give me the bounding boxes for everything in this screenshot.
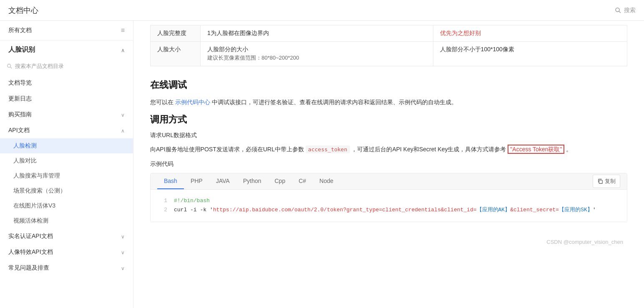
code-curl: curl -i -k 'https://aip.baidubce.com/oau… xyxy=(174,205,596,215)
sidebar-search-icon xyxy=(7,63,13,69)
chevron-down-portrait xyxy=(121,249,125,255)
sidebar-sub-face-detect[interactable]: 人脸检测 xyxy=(0,138,133,153)
request-mid: ，可通过后台的API Key和Secret Key生成，具体方式请参考 xyxy=(351,146,506,153)
faq-label: 常见问题及排查 xyxy=(8,264,49,272)
cell-main-text: 人脸部分的大小 xyxy=(207,46,426,53)
tab-python[interactable]: Python xyxy=(236,173,268,189)
svg-rect-4 xyxy=(599,180,602,184)
sidebar-item-portrait-api[interactable]: 人像特效API文档 xyxy=(0,244,133,260)
sidebar-item-purchase-guide[interactable]: 购买指南 xyxy=(0,107,133,123)
tab-bash[interactable]: Bash xyxy=(157,173,184,189)
sidebar-item-update-log[interactable]: 更新日志 xyxy=(0,91,133,107)
face-detect-label: 人脸检测 xyxy=(13,142,37,149)
request-suffix: 。 xyxy=(566,146,572,153)
sidebar-sub-scene-search[interactable]: 场景化搜索（公测） xyxy=(0,183,133,198)
face-compare-label: 人脸对比 xyxy=(13,157,37,164)
tab-php[interactable]: PHP xyxy=(184,173,209,189)
doc-table: 人脸完整度 1为人脸都在图像边界内 优先为之想好别 人脸大小 人脸部分的大小 建… xyxy=(150,25,627,66)
access-token-link[interactable]: "Access Token获取" xyxy=(508,145,564,154)
svg-line-1 xyxy=(619,11,621,13)
code-tabs-list: Bash PHP JAVA Python Cpp C# Node xyxy=(157,173,340,189)
copy-label: 复制 xyxy=(605,178,616,185)
tab-csharp[interactable]: C# xyxy=(292,173,313,189)
line-num-1: 1 xyxy=(159,196,167,205)
sidebar-sub-face-compare[interactable]: 人脸对比 xyxy=(0,153,133,168)
svg-point-0 xyxy=(616,8,619,12)
request-desc: 向API服务地址使用POST发送请求，必须在URL中带上参数 access_to… xyxy=(150,144,627,155)
sample-code-link[interactable]: 示例代码中心 xyxy=(175,99,210,105)
update-log-label: 更新日志 xyxy=(8,95,32,103)
code-line-1: 1 #!/bin/bash xyxy=(159,196,619,205)
sidebar-item-real-name-api[interactable]: 实名认证API文档 xyxy=(0,228,133,244)
table-cell-col2-1: 1为人脸都在图像边界内 xyxy=(201,25,433,42)
doc-nav-label: 文档导览 xyxy=(8,79,32,87)
code-comment-1: #!/bin/bash xyxy=(174,196,210,205)
table-row: 人脸完整度 1为人脸都在图像边界内 优先为之想好别 xyxy=(151,25,627,42)
search-label: 搜索 xyxy=(624,7,636,14)
copy-icon xyxy=(597,178,603,184)
main-layout: 所有文档 人脸识别 搜索本产品文档目录 文档导览 xyxy=(0,21,644,308)
code-line-2: 2 curl -i -k 'https://aip.baidubce.com/o… xyxy=(159,205,619,215)
tab-node[interactable]: Node xyxy=(313,173,340,189)
online-debug-title: 在线调试 xyxy=(150,79,627,91)
table-cell-col2-2: 人脸部分的大小 建议长宽像素值范围：80*80~200*200 xyxy=(201,42,433,66)
code-tabs-bar: Bash PHP JAVA Python Cpp C# Node 复制 xyxy=(151,173,627,190)
line-num-2: 2 xyxy=(159,205,167,215)
code-body: 1 #!/bin/bash 2 curl -i -k 'https://aip.… xyxy=(151,190,627,221)
portrait-api-label: 人像特效API文档 xyxy=(8,248,53,256)
footer-note: CSDN @computer_vision_chen xyxy=(150,239,627,245)
real-name-api-label: 实名认证API文档 xyxy=(8,233,53,240)
sidebar-sub-video-liveness[interactable]: 视频活体检测 xyxy=(0,213,133,228)
code-url: https://aip.baidubce.com/oauth/2.0/token… xyxy=(213,207,593,213)
call-method-title: 调用方式 xyxy=(150,113,627,126)
sidebar-sub-liveness-v3[interactable]: 在线图片活体V3 xyxy=(0,198,133,213)
liveness-v3-label: 在线图片活体V3 xyxy=(13,202,55,209)
sidebar-item-doc-nav[interactable]: 文档导览 xyxy=(0,75,133,91)
table-cell-col3-2: 人脸部分不小于100*100像素 xyxy=(433,42,627,66)
tab-cpp[interactable]: Cpp xyxy=(268,173,292,189)
copy-button[interactable]: 复制 xyxy=(593,175,620,188)
chevron-up-icon xyxy=(121,46,125,54)
header: 文档中心 搜索 xyxy=(0,0,644,21)
chevron-down-faq xyxy=(121,265,125,271)
chevron-down-icon xyxy=(121,111,125,118)
online-debug-prefix: 您可以在 xyxy=(150,99,174,105)
svg-line-3 xyxy=(10,67,12,69)
table-cell-col3-1: 优先为之想好别 xyxy=(433,25,627,42)
sidebar-all-docs[interactable]: 所有文档 xyxy=(0,21,133,40)
list-icon xyxy=(121,27,125,34)
header-title: 文档中心 xyxy=(8,5,38,15)
all-docs-label: 所有文档 xyxy=(8,27,32,34)
sidebar-sub-face-search[interactable]: 人脸搜索与库管理 xyxy=(0,168,133,183)
request-url-label: 请求URL数据格式 xyxy=(150,132,627,139)
access-token-code: access_token xyxy=(306,145,350,153)
tab-java[interactable]: JAVA xyxy=(209,173,236,189)
sidebar: 所有文档 人脸识别 搜索本产品文档目录 文档导览 xyxy=(0,21,133,308)
sidebar-item-api-docs[interactable]: API文档 xyxy=(0,123,133,138)
main-content: 人脸完整度 1为人脸都在图像边界内 优先为之想好别 人脸大小 人脸部分的大小 建… xyxy=(133,21,644,308)
example-code-label: 示例代码 xyxy=(150,160,627,168)
sidebar-item-faq[interactable]: 常见问题及排查 xyxy=(0,260,133,276)
purchase-guide-label: 购买指南 xyxy=(8,111,32,118)
cell-sub-text: 建议长宽像素值范围：80*80~200*200 xyxy=(207,54,426,62)
sidebar-search-area[interactable]: 搜索本产品文档目录 xyxy=(0,59,133,75)
scene-search-label: 场景化搜索（公测） xyxy=(13,187,66,194)
chevron-up-icon-api xyxy=(121,127,125,134)
request-prefix: 向API服务地址使用POST发送请求，必须在URL中带上参数 xyxy=(150,146,304,153)
face-search-label: 人脸搜索与库管理 xyxy=(13,172,60,179)
table-section: 人脸完整度 1为人脸都在图像边界内 优先为之想好别 人脸大小 人脸部分的大小 建… xyxy=(150,25,627,66)
code-block: Bash PHP JAVA Python Cpp C# Node 复制 xyxy=(150,173,627,222)
chevron-down-real-name xyxy=(121,233,125,240)
online-debug-suffix: 中调试该接口，可进行签名验证、查看在线调用的请求内容和返回结果、示例代码的自动生… xyxy=(212,99,457,105)
table-cell-header-2: 人脸大小 xyxy=(151,42,201,66)
table-cell-header-1: 人脸完整度 xyxy=(151,25,201,42)
header-search[interactable]: 搜索 xyxy=(615,7,636,14)
table-row-2: 人脸大小 人脸部分的大小 建议长宽像素值范围：80*80~200*200 人脸部… xyxy=(151,42,627,66)
api-docs-label: API文档 xyxy=(8,127,30,134)
search-icon xyxy=(615,7,621,14)
face-recognition-label: 人脸识别 xyxy=(8,45,35,54)
video-liveness-label: 视频活体检测 xyxy=(13,217,48,224)
sidebar-face-section: 人脸识别 搜索本产品文档目录 文档导览 更新日志 购买指南 xyxy=(0,40,133,276)
sidebar-search-placeholder: 搜索本产品文档目录 xyxy=(15,63,64,70)
sidebar-face-recognition-header[interactable]: 人脸识别 xyxy=(0,40,133,59)
